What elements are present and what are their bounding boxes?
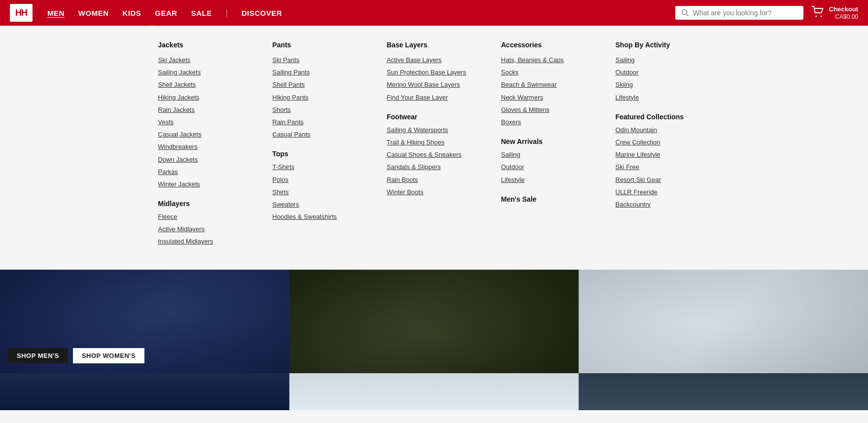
polos-link[interactable]: Polos (273, 176, 367, 184)
nav-divider: | (226, 8, 228, 17)
shop-mens-button[interactable]: SHOP MEN'S (8, 348, 68, 363)
header: HH MEN WOMEN KIDS GEAR SALE | DISCOVER (0, 0, 868, 26)
svg-point-2 (815, 16, 817, 17)
neck-warmers-link[interactable]: Neck Warmers (501, 93, 596, 102)
find-base-layer-link[interactable]: Find Your Base Layer (387, 93, 482, 102)
sandals-slippers-link[interactable]: Sandals & Slippers (387, 163, 482, 172)
thumb-left (0, 373, 289, 410)
hiking-jackets-link[interactable]: Hiking Jackets (158, 93, 253, 102)
dropdown-inner: Jackets Ski Jackets Sailing Jackets Shel… (139, 41, 730, 250)
activity-outdoor-link[interactable]: Outdoor (616, 68, 710, 77)
active-base-layers-link[interactable]: Active Base Layers (387, 56, 482, 65)
cart-icon (811, 6, 825, 19)
sailing-jackets-link[interactable]: Sailing Jackets (158, 68, 253, 77)
active-midlayers-link[interactable]: Active Midlayers (158, 225, 253, 234)
logo[interactable]: HH (10, 4, 33, 22)
thumb-area (0, 373, 868, 410)
hero-panel-mid (289, 270, 579, 373)
ski-jackets-link[interactable]: Ski Jackets (158, 56, 253, 65)
shop-by-activity-title: Shop By Activity (616, 41, 710, 49)
midlayers-title: Midlayers (158, 200, 253, 208)
hero-area: SHOP MEN'S SHOP WOMEN'S (0, 270, 868, 373)
cart-text: Checkout CA$0.00 (829, 5, 858, 20)
shop-womens-button[interactable]: SHOP WOMEN'S (73, 348, 144, 363)
mens-sale-title: Men's Sale (501, 195, 596, 203)
pants-title: Pants (273, 41, 367, 49)
insulated-midlayers-link[interactable]: Insulated Midlayers (158, 237, 253, 246)
vests-link[interactable]: Vests (158, 118, 253, 127)
nav-discover[interactable]: DISCOVER (242, 9, 282, 17)
shell-jackets-link[interactable]: Shell Jackets (158, 80, 253, 89)
winter-boots-link[interactable]: Winter Boots (387, 188, 482, 197)
cart-amount: CA$0.00 (829, 13, 858, 20)
hero-buttons-left: SHOP MEN'S SHOP WOMEN'S (8, 348, 144, 363)
tshirts-link[interactable]: T-Shirts (273, 163, 367, 172)
cart-label: Checkout (829, 5, 858, 13)
header-right: Checkout CA$0.00 (675, 5, 858, 20)
new-arrivals-outdoor-link[interactable]: Outdoor (501, 163, 596, 172)
sun-protection-link[interactable]: Sun Protection Base Layers (387, 68, 482, 77)
rain-boots-link[interactable]: Rain Boots (387, 176, 482, 184)
shirts-link[interactable]: Shirts (273, 188, 367, 197)
resort-ski-gear-link[interactable]: Resort Ski Gear (616, 176, 710, 184)
down-jackets-link[interactable]: Down Jackets (158, 155, 253, 164)
ullr-freeride-link[interactable]: ULLR Freeride (616, 188, 710, 197)
socks-link[interactable]: Socks (501, 68, 596, 77)
merino-wool-link[interactable]: Merino Wool Base Layers (387, 80, 482, 89)
nav-men[interactable]: MEN (47, 9, 65, 17)
sailing-watersports-link[interactable]: Sailing & Watersports (387, 126, 482, 135)
winter-jackets-link[interactable]: Winter Jackets (158, 180, 253, 189)
casual-shoes-link[interactable]: Casual Shoes & Sneakers (387, 150, 482, 159)
trail-hiking-shoes-link[interactable]: Trail & Hiking Shoes (387, 138, 482, 147)
col-base-layers: Base Layers Active Base Layers Sun Prote… (377, 41, 491, 250)
rain-jackets-link[interactable]: Rain Jackets (158, 106, 253, 114)
windbreakers-link[interactable]: Windbreakers (158, 142, 253, 151)
search-bar[interactable] (675, 6, 803, 20)
shorts-link[interactable]: Shorts (273, 106, 367, 114)
thumb-mid (289, 373, 579, 410)
nav-sale[interactable]: SALE (191, 9, 212, 17)
new-arrivals-title: New Arrivals (501, 138, 596, 145)
svg-point-3 (820, 16, 822, 17)
hoodies-link[interactable]: Hoodies & Sweatshirts (273, 212, 367, 221)
col-accessories: Accessories Hats, Beanies & Caps Socks B… (491, 41, 606, 250)
sailing-pants-link[interactable]: Sailing Pants (273, 68, 367, 77)
cart-area[interactable]: Checkout CA$0.00 (811, 5, 858, 20)
sweaters-link[interactable]: Sweaters (273, 200, 367, 209)
hiking-pants-link[interactable]: Hiking Pants (273, 93, 367, 102)
marine-lifestyle-link[interactable]: Marine Lifestyle (616, 150, 710, 159)
beach-swimwear-link[interactable]: Beach & Swimwear (501, 80, 596, 89)
activity-sailing-link[interactable]: Sailing (616, 56, 710, 65)
gloves-mittens-link[interactable]: Gloves & Mittens (501, 106, 596, 114)
shell-pants-link[interactable]: Shell Pants (273, 80, 367, 89)
jackets-title: Jackets (158, 41, 253, 49)
casual-jackets-link[interactable]: Casual Jackets (158, 130, 253, 139)
svg-line-1 (686, 14, 688, 16)
hero-panel-left: SHOP MEN'S SHOP WOMEN'S (0, 270, 289, 373)
hats-beanies-link[interactable]: Hats, Beanies & Caps (501, 56, 596, 65)
col-pants: Pants Ski Pants Sailing Pants Shell Pant… (263, 41, 377, 250)
dropdown-menu: Jackets Ski Jackets Sailing Jackets Shel… (0, 26, 868, 270)
new-arrivals-lifestyle-link[interactable]: Lifestyle (501, 176, 596, 184)
nav-kids[interactable]: KIDS (123, 9, 141, 17)
activity-lifestyle-link[interactable]: Lifestyle (616, 93, 710, 102)
fleece-link[interactable]: Fleece (158, 212, 253, 221)
rain-pants-link[interactable]: Rain Pants (273, 118, 367, 127)
casual-pants-link[interactable]: Casual Pants (273, 130, 367, 139)
nav-gear[interactable]: GEAR (155, 9, 177, 17)
odin-mountain-link[interactable]: Odin Mountain (616, 126, 710, 135)
thumb-right (579, 373, 868, 410)
crew-collection-link[interactable]: Crew Collection (616, 138, 710, 147)
search-input[interactable] (693, 9, 798, 17)
activity-skiing-link[interactable]: Skiing (616, 80, 710, 89)
new-arrivals-sailing-link[interactable]: Sailing (501, 150, 596, 159)
backcountry-link[interactable]: Backcountry (616, 200, 710, 209)
nav-women[interactable]: WOMEN (78, 9, 109, 17)
boxers-link[interactable]: Boxers (501, 118, 596, 127)
search-icon (681, 9, 689, 17)
ski-free-link[interactable]: Ski Free (616, 163, 710, 172)
ski-pants-link[interactable]: Ski Pants (273, 56, 367, 65)
base-layers-title: Base Layers (387, 41, 482, 49)
featured-collections-title: Featured Collections (616, 113, 710, 121)
parkas-link[interactable]: Parkas (158, 168, 253, 176)
